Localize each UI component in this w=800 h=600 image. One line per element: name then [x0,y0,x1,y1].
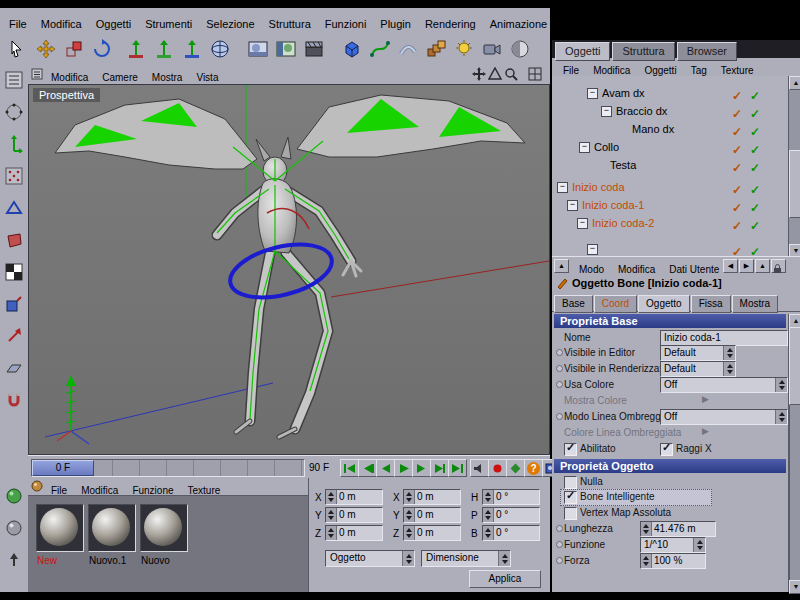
visible-check-icon[interactable] [750,158,763,172]
material-preview-button[interactable] [2,516,26,540]
tree-item-label[interactable]: Collo [594,141,619,153]
vp-rotate-button[interactable] [488,67,502,81]
enable-check-icon[interactable] [732,122,745,136]
size-z-field[interactable]: 0 m [403,525,461,541]
next-frame-button[interactable] [412,459,431,477]
am-tab-fissa[interactable]: Fissa [691,295,731,313]
goto-end-button[interactable] [448,459,467,477]
menu-struttura[interactable]: Struttura [262,18,318,30]
tree-row-braccio-dx[interactable]: Braccio dx [552,104,786,120]
prev-frame-button[interactable] [376,459,395,477]
enable-check-icon[interactable] [732,158,745,172]
collapse-icon[interactable] [587,88,598,99]
vertex-map-checkbox[interactable] [564,507,577,520]
materials-menu-icon[interactable] [31,480,43,492]
colore-linea-expand-icon[interactable]: ▶ [702,426,709,436]
lock-y-axis-button[interactable] [150,35,178,63]
render-view-button[interactable] [244,35,272,63]
help-button[interactable] [524,459,543,477]
visibile-editor-dropdown[interactable]: Default [660,345,736,361]
enable-check-icon[interactable] [732,198,745,212]
lunghezza-field[interactable]: 41.476 m [640,521,716,537]
vp-menu-vista[interactable]: Vista [189,72,225,83]
mat-menu-funzione[interactable]: Funzione [125,485,180,496]
goto-start-button[interactable] [340,459,359,477]
menu-animazione[interactable]: Animazione [483,18,554,30]
coord-dimension-dropdown[interactable]: Dimensione [421,550,511,567]
am-lock-button[interactable] [771,259,786,273]
am-tab-coord[interactable]: Coord [594,295,637,313]
forza-field[interactable]: 100 % [640,553,706,569]
apply-button[interactable]: Applica [469,570,541,588]
tree-row-collo[interactable]: Collo [552,140,786,156]
sound-toggle-button[interactable] [470,459,489,477]
material-item-nuovo[interactable]: Nuovo [140,504,188,552]
attribute-scrollbar[interactable] [788,314,800,592]
pos-x-field[interactable]: 0 m [325,489,383,505]
scroll-thumb[interactable] [789,327,800,405]
autokey-button[interactable] [506,459,525,477]
visible-check-icon[interactable] [750,104,763,118]
vp-pan-button[interactable] [472,67,486,81]
enable-check-icon[interactable] [732,216,745,230]
menu-funzioni[interactable]: Funzioni [318,18,374,30]
enable-check-icon[interactable] [732,242,745,256]
pos-z-field[interactable]: 0 m [325,525,383,541]
add-scene-object-button[interactable] [450,35,478,63]
am-history-forward-button[interactable]: ▶ [739,259,754,273]
raggi-x-checkbox[interactable] [660,443,673,456]
pos-y-field[interactable]: 0 m [325,507,383,523]
vp-menu-camere[interactable]: Camere [95,72,145,83]
display-mode-button[interactable] [506,35,534,63]
add-primitive-button[interactable] [338,35,366,63]
visible-check-icon[interactable] [750,86,763,100]
render-picture-button[interactable] [272,35,300,63]
select-tool-button[interactable] [2,35,30,63]
tree-row-mano-dx[interactable]: Mano dx [552,122,786,138]
am-history-back-button[interactable]: ◀ [723,259,738,273]
vp-zoom-button[interactable] [504,67,518,81]
next-key-button[interactable] [430,459,449,477]
tree-row-inizio-coda-2[interactable]: Inizio coda-2 [552,216,786,232]
enable-check-icon[interactable] [732,86,745,100]
lock-x-axis-button[interactable] [122,35,150,63]
menu-strumenti[interactable]: Strumenti [138,18,199,30]
texture-axis-mode-button[interactable] [2,292,26,316]
visible-check-icon[interactable] [750,242,763,256]
polygons-mode-button[interactable] [2,228,26,252]
menu-oggetti[interactable]: Oggetti [89,18,138,30]
new-material-button[interactable] [2,484,26,508]
size-y-field[interactable]: 0 m [403,507,461,523]
collapse-icon[interactable] [577,218,588,229]
modo-linea-dropdown[interactable]: Off [660,409,788,425]
vp-menu-mostra[interactable]: Mostra [145,72,190,83]
usa-colore-dropdown[interactable]: Off [660,377,788,393]
tree-item-label[interactable]: Mano dx [632,123,674,135]
prev-key-button[interactable] [358,459,377,477]
add-spline-button[interactable] [366,35,394,63]
visible-check-icon[interactable] [750,140,763,154]
abilitato-checkbox[interactable] [564,443,577,456]
tree-item-label[interactable]: Braccio dx [616,105,667,117]
tree-row-testa[interactable]: Testa [552,158,786,174]
points-mode-button[interactable] [2,164,26,188]
om-menu-modifica[interactable]: Modifica [586,65,637,76]
material-item-nuovo1[interactable]: Nuovo.1 [88,504,136,552]
tree-row-partial[interactable] [552,242,786,256]
viewport-canvas[interactable]: Prospettiva [28,84,550,455]
size-x-field[interactable]: 0 m [403,489,461,505]
collapse-icon[interactable] [587,244,598,255]
tree-item-label[interactable]: Testa [610,159,636,171]
menu-plugin[interactable]: Plugin [373,18,418,30]
menu-selezione[interactable]: Selezione [199,18,261,30]
tree-item-label[interactable]: Inizio coda-2 [592,217,654,229]
material-name[interactable]: New [37,555,83,566]
visible-check-icon[interactable] [750,216,763,230]
vp-layout-toggle-button[interactable] [528,67,542,81]
animation-mode-button[interactable] [2,324,26,348]
nulla-checkbox[interactable] [564,476,577,489]
mostra-colore-expand-icon[interactable]: ▶ [702,394,709,404]
material-up-button[interactable] [2,548,26,572]
visible-check-icon[interactable] [750,180,763,194]
vp-menu-modifica[interactable]: Modifica [44,72,95,83]
